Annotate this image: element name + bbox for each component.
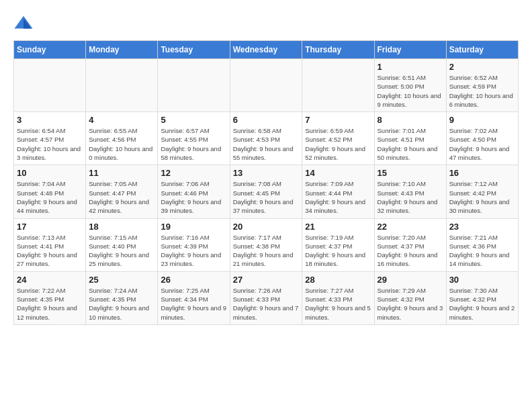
day-info: Sunrise: 6:57 AM Sunset: 4:55 PM Dayligh… <box>161 126 226 162</box>
calendar-day-cell: 24Sunrise: 7:22 AM Sunset: 4:35 PM Dayli… <box>14 271 86 324</box>
calendar-week-row: 3Sunrise: 6:54 AM Sunset: 4:57 PM Daylig… <box>14 112 519 165</box>
day-info: Sunrise: 7:10 AM Sunset: 4:43 PM Dayligh… <box>378 179 443 215</box>
calendar-day-cell: 30Sunrise: 7:30 AM Sunset: 4:32 PM Dayli… <box>446 271 518 324</box>
day-info: Sunrise: 7:13 AM Sunset: 4:41 PM Dayligh… <box>17 233 83 269</box>
day-number: 24 <box>17 275 83 285</box>
day-number: 1 <box>378 62 443 72</box>
calendar-body: 1Sunrise: 6:51 AM Sunset: 5:00 PM Daylig… <box>14 59 519 325</box>
day-info: Sunrise: 7:26 AM Sunset: 4:33 PM Dayligh… <box>233 286 300 322</box>
day-number: 16 <box>449 168 515 178</box>
day-number: 11 <box>89 168 154 178</box>
calendar-day-cell: 6Sunrise: 6:58 AM Sunset: 4:53 PM Daylig… <box>230 112 302 165</box>
day-info: Sunrise: 7:15 AM Sunset: 4:40 PM Dayligh… <box>89 233 154 269</box>
day-number: 10 <box>17 168 83 178</box>
calendar-day-cell: 11Sunrise: 7:05 AM Sunset: 4:47 PM Dayli… <box>86 165 158 218</box>
calendar-day-cell: 16Sunrise: 7:12 AM Sunset: 4:42 PM Dayli… <box>446 165 518 218</box>
day-number: 5 <box>161 115 226 125</box>
calendar-day-cell <box>302 59 374 112</box>
day-number: 20 <box>233 222 300 232</box>
day-info: Sunrise: 7:12 AM Sunset: 4:42 PM Dayligh… <box>449 179 515 215</box>
day-info: Sunrise: 7:22 AM Sunset: 4:35 PM Dayligh… <box>17 286 83 322</box>
calendar-day-cell <box>86 59 158 112</box>
calendar-day-cell: 27Sunrise: 7:26 AM Sunset: 4:33 PM Dayli… <box>230 271 302 324</box>
calendar-day-cell <box>158 59 230 112</box>
day-info: Sunrise: 7:16 AM Sunset: 4:39 PM Dayligh… <box>161 233 226 269</box>
day-info: Sunrise: 6:58 AM Sunset: 4:53 PM Dayligh… <box>233 126 300 162</box>
day-number: 14 <box>305 168 371 178</box>
day-number: 7 <box>305 115 371 125</box>
calendar-day-cell: 29Sunrise: 7:29 AM Sunset: 4:32 PM Dayli… <box>374 271 446 324</box>
day-number: 15 <box>378 168 443 178</box>
calendar-week-row: 1Sunrise: 6:51 AM Sunset: 5:00 PM Daylig… <box>14 59 519 112</box>
day-info: Sunrise: 6:52 AM Sunset: 4:59 PM Dayligh… <box>449 73 515 109</box>
calendar-day-cell: 12Sunrise: 7:06 AM Sunset: 4:46 PM Dayli… <box>158 165 230 218</box>
day-number: 9 <box>449 115 515 125</box>
weekday-row: SundayMondayTuesdayWednesdayThursdayFrid… <box>14 41 519 59</box>
weekday-header: Wednesday <box>230 41 302 59</box>
calendar-day-cell: 5Sunrise: 6:57 AM Sunset: 4:55 PM Daylig… <box>158 112 230 165</box>
day-info: Sunrise: 6:51 AM Sunset: 5:00 PM Dayligh… <box>378 73 443 109</box>
weekday-header: Thursday <box>302 41 374 59</box>
calendar-day-cell: 17Sunrise: 7:13 AM Sunset: 4:41 PM Dayli… <box>14 218 86 271</box>
calendar-day-cell <box>230 59 302 112</box>
day-number: 25 <box>89 275 154 285</box>
weekday-header: Saturday <box>446 41 518 59</box>
calendar-day-cell: 4Sunrise: 6:55 AM Sunset: 4:56 PM Daylig… <box>86 112 158 165</box>
calendar-day-cell: 21Sunrise: 7:19 AM Sunset: 4:37 PM Dayli… <box>302 218 374 271</box>
calendar-day-cell: 8Sunrise: 7:01 AM Sunset: 4:51 PM Daylig… <box>374 112 446 165</box>
day-number: 22 <box>378 222 443 232</box>
day-number: 19 <box>161 222 226 232</box>
weekday-header: Tuesday <box>158 41 230 59</box>
calendar-week-row: 24Sunrise: 7:22 AM Sunset: 4:35 PM Dayli… <box>14 271 519 324</box>
calendar-day-cell: 7Sunrise: 6:59 AM Sunset: 4:52 PM Daylig… <box>302 112 374 165</box>
day-info: Sunrise: 7:21 AM Sunset: 4:36 PM Dayligh… <box>449 233 515 269</box>
day-number: 17 <box>17 222 83 232</box>
day-info: Sunrise: 7:24 AM Sunset: 4:35 PM Dayligh… <box>89 286 154 322</box>
day-number: 12 <box>161 168 226 178</box>
day-number: 6 <box>233 115 300 125</box>
day-info: Sunrise: 7:09 AM Sunset: 4:44 PM Dayligh… <box>305 179 371 215</box>
calendar-day-cell: 18Sunrise: 7:15 AM Sunset: 4:40 PM Dayli… <box>86 218 158 271</box>
calendar-table: SundayMondayTuesdayWednesdayThursdayFrid… <box>13 40 519 325</box>
calendar-day-cell: 26Sunrise: 7:25 AM Sunset: 4:34 PM Dayli… <box>158 271 230 324</box>
day-number: 3 <box>17 115 83 125</box>
calendar-week-row: 10Sunrise: 7:04 AM Sunset: 4:48 PM Dayli… <box>14 165 519 218</box>
calendar-day-cell: 9Sunrise: 7:02 AM Sunset: 4:50 PM Daylig… <box>446 112 518 165</box>
calendar-day-cell: 13Sunrise: 7:08 AM Sunset: 4:45 PM Dayli… <box>230 165 302 218</box>
day-number: 2 <box>449 62 515 72</box>
logo <box>13 13 36 34</box>
calendar-week-row: 17Sunrise: 7:13 AM Sunset: 4:41 PM Dayli… <box>14 218 519 271</box>
day-info: Sunrise: 6:55 AM Sunset: 4:56 PM Dayligh… <box>89 126 154 162</box>
day-number: 23 <box>449 222 515 232</box>
day-number: 18 <box>89 222 154 232</box>
day-info: Sunrise: 7:04 AM Sunset: 4:48 PM Dayligh… <box>17 179 83 215</box>
calendar-day-cell: 3Sunrise: 6:54 AM Sunset: 4:57 PM Daylig… <box>14 112 86 165</box>
day-number: 13 <box>233 168 300 178</box>
day-info: Sunrise: 7:17 AM Sunset: 4:38 PM Dayligh… <box>233 233 300 269</box>
weekday-header: Sunday <box>14 41 86 59</box>
calendar-day-cell: 1Sunrise: 6:51 AM Sunset: 5:00 PM Daylig… <box>374 59 446 112</box>
calendar-day-cell: 25Sunrise: 7:24 AM Sunset: 4:35 PM Dayli… <box>86 271 158 324</box>
day-number: 28 <box>305 275 371 285</box>
day-number: 8 <box>378 115 443 125</box>
day-info: Sunrise: 7:19 AM Sunset: 4:37 PM Dayligh… <box>305 233 371 269</box>
calendar-header: SundayMondayTuesdayWednesdayThursdayFrid… <box>14 41 519 59</box>
day-info: Sunrise: 7:30 AM Sunset: 4:32 PM Dayligh… <box>449 286 515 322</box>
calendar-day-cell: 19Sunrise: 7:16 AM Sunset: 4:39 PM Dayli… <box>158 218 230 271</box>
day-number: 26 <box>161 275 226 285</box>
day-info: Sunrise: 7:25 AM Sunset: 4:34 PM Dayligh… <box>161 286 226 322</box>
calendar-day-cell: 28Sunrise: 7:27 AM Sunset: 4:33 PM Dayli… <box>302 271 374 324</box>
calendar-day-cell: 10Sunrise: 7:04 AM Sunset: 4:48 PM Dayli… <box>14 165 86 218</box>
day-number: 27 <box>233 275 300 285</box>
calendar-day-cell <box>14 59 86 112</box>
day-info: Sunrise: 7:29 AM Sunset: 4:32 PM Dayligh… <box>378 286 443 322</box>
day-info: Sunrise: 7:27 AM Sunset: 4:33 PM Dayligh… <box>305 286 371 322</box>
day-info: Sunrise: 7:05 AM Sunset: 4:47 PM Dayligh… <box>89 179 154 215</box>
day-number: 29 <box>378 275 443 285</box>
calendar-day-cell: 20Sunrise: 7:17 AM Sunset: 4:38 PM Dayli… <box>230 218 302 271</box>
day-info: Sunrise: 7:08 AM Sunset: 4:45 PM Dayligh… <box>233 179 300 215</box>
page-header <box>13 13 519 34</box>
day-info: Sunrise: 7:01 AM Sunset: 4:51 PM Dayligh… <box>378 126 443 162</box>
calendar-day-cell: 15Sunrise: 7:10 AM Sunset: 4:43 PM Dayli… <box>374 165 446 218</box>
calendar-day-cell: 2Sunrise: 6:52 AM Sunset: 4:59 PM Daylig… <box>446 59 518 112</box>
